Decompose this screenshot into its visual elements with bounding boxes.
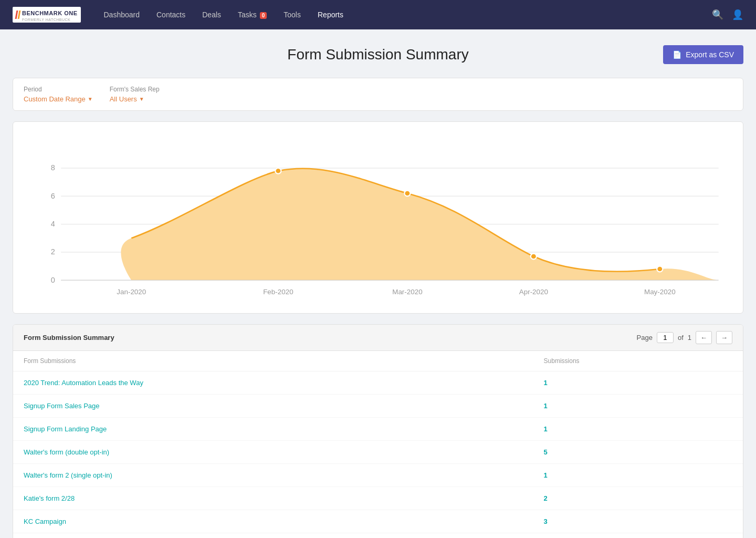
svg-text:Apr-2020: Apr-2020 [519, 288, 548, 296]
svg-text:4: 4 [51, 220, 55, 228]
form-name-cell[interactable]: Katie's form 2/28 [13, 487, 533, 510]
svg-point-13 [657, 266, 663, 272]
navbar: BENCHMARK ONE FORMERLY HATCHBUCK Dashboa… [0, 0, 756, 29]
table-row: KC Campaign 3 [13, 510, 743, 533]
export-icon: 📄 [673, 50, 681, 59]
tasks-badge: 0 [260, 12, 267, 19]
submissions-count-cell: 1 [533, 464, 743, 487]
form-name-cell[interactable]: January Campaign [13, 533, 533, 539]
table-row: 2020 Trend: Automation Leads the Way 1 [13, 371, 743, 395]
table-row: Walter's form 2 (single opt-in) 1 [13, 464, 743, 487]
filter-bar: Period Custom Date Range ▼ Form's Sales … [13, 78, 743, 111]
page-header: Form Submission Summary 📄 Export as CSV [13, 46, 743, 63]
page-label: Page [637, 334, 653, 342]
svg-point-11 [404, 191, 410, 196]
svg-text:Feb-2020: Feb-2020 [263, 288, 293, 296]
form-name-cell[interactable]: KC Campaign [13, 510, 533, 533]
main-content: Form Submission Summary 📄 Export as CSV … [0, 29, 756, 538]
export-csv-button[interactable]: 📄 Export as CSV [663, 45, 743, 64]
nav-tools[interactable]: Tools [277, 7, 307, 22]
svg-text:Jan-2020: Jan-2020 [117, 288, 146, 296]
svg-text:2: 2 [51, 248, 55, 256]
period-select[interactable]: Custom Date Range ▼ [24, 95, 93, 103]
page-title: Form Submission Summary [287, 46, 468, 63]
search-button[interactable]: 🔍 [712, 9, 723, 20]
form-name-cell[interactable]: Walter's form 2 (single opt-in) [13, 464, 533, 487]
nav-reports[interactable]: Reports [311, 7, 350, 22]
page-total: 1 [688, 334, 691, 342]
svg-text:May-2020: May-2020 [644, 288, 676, 296]
sales-rep-label: Form's Sales Rep [110, 86, 160, 93]
svg-text:Mar-2020: Mar-2020 [392, 288, 422, 296]
of-label: of [678, 334, 684, 342]
svg-text:8: 8 [51, 164, 55, 172]
submissions-count-cell: 1 [533, 395, 743, 418]
submissions-count-cell: 1 [533, 418, 743, 441]
nav-contacts[interactable]: Contacts [150, 7, 192, 22]
table-row: Walter's form (double opt-in) 5 [13, 441, 743, 464]
table-header-title: Form Submission Summary [24, 334, 114, 342]
table-row: Signup Form Sales Page 1 [13, 395, 743, 418]
table-row: Katie's form 2/28 2 [13, 487, 743, 510]
prev-page-button[interactable]: ← [696, 331, 712, 344]
svg-text:0: 0 [51, 276, 55, 284]
table-column-headers: Form Submissions Submissions [13, 351, 743, 371]
form-name-cell[interactable]: Signup Form Landing Page [13, 418, 533, 441]
nav-deals[interactable]: Deals [196, 7, 227, 22]
logo: BENCHMARK ONE FORMERLY HATCHBUCK [13, 7, 81, 23]
col-form-header: Form Submissions [13, 351, 533, 371]
nav-tasks[interactable]: Tasks 0 [232, 7, 273, 22]
user-button[interactable]: 👤 [732, 9, 743, 20]
submissions-count-cell: 6 [533, 533, 743, 539]
period-arrow: ▼ [88, 96, 93, 102]
form-name-cell[interactable]: Walter's form (double opt-in) [13, 441, 533, 464]
logo-text: BENCHMARK ONE [22, 10, 78, 16]
submissions-count-cell: 3 [533, 510, 743, 533]
logo-sub: FORMERLY HATCHBUCK [22, 18, 78, 22]
svg-point-10 [275, 168, 281, 174]
sales-rep-arrow: ▼ [139, 96, 144, 102]
data-table: Form Submissions Submissions 2020 Trend:… [13, 351, 743, 538]
period-filter: Period Custom Date Range ▼ [24, 86, 93, 103]
sales-rep-select[interactable]: All Users ▼ [110, 95, 160, 103]
table-row: Signup Form Landing Page 1 [13, 418, 743, 441]
page-input[interactable] [657, 332, 674, 343]
chart-container: 0 2 4 6 8 Jan-2020 Feb-2020 [13, 121, 743, 314]
nav-dashboard[interactable]: Dashboard [98, 7, 146, 22]
sales-rep-filter: Form's Sales Rep All Users ▼ [110, 86, 160, 103]
submissions-count-cell: 5 [533, 441, 743, 464]
submissions-count-cell: 1 [533, 371, 743, 395]
submissions-count-cell: 2 [533, 487, 743, 510]
svg-text:6: 6 [51, 192, 55, 200]
nav-icons: 🔍 👤 [712, 9, 743, 20]
form-name-cell[interactable]: Signup Form Sales Page [13, 395, 533, 418]
col-submissions-header: Submissions [533, 351, 743, 371]
table-section: Form Submission Summary Page of 1 ← → Fo… [13, 324, 743, 538]
pagination: Page of 1 ← → [637, 331, 732, 344]
period-value: Custom Date Range [24, 95, 86, 103]
table-row: January Campaign 6 [13, 533, 743, 539]
table-header: Form Submission Summary Page of 1 ← → [13, 325, 743, 351]
svg-point-12 [531, 254, 537, 260]
form-name-cell[interactable]: 2020 Trend: Automation Leads the Way [13, 371, 533, 395]
sales-rep-value: All Users [110, 95, 137, 103]
next-page-button[interactable]: → [716, 331, 732, 344]
period-label: Period [24, 86, 93, 93]
line-chart: 0 2 4 6 8 Jan-2020 Feb-2020 [26, 134, 730, 303]
nav-links: Dashboard Contacts Deals Tasks 0 Tools R… [98, 7, 712, 22]
